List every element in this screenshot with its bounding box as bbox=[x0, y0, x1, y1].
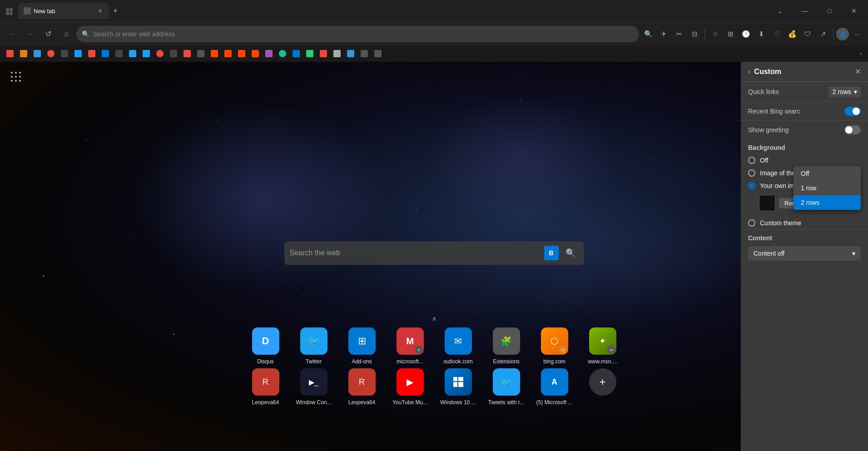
bookmark-item-20[interactable] bbox=[263, 49, 275, 59]
bg-customtheme-radio[interactable] bbox=[748, 219, 755, 227]
quick-link-label-winconsole: Window Con... bbox=[293, 399, 334, 406]
panel-close-btn[interactable]: ✕ bbox=[855, 67, 861, 76]
quick-link-tweets[interactable]: 🐦 Tweets with r... bbox=[486, 368, 527, 406]
bookmark-item-22[interactable] bbox=[290, 49, 303, 59]
bookmark-item-23[interactable] bbox=[303, 49, 316, 59]
tab-close-btn[interactable]: ✕ bbox=[96, 7, 104, 15]
bookmark-item-11[interactable] bbox=[140, 49, 153, 59]
more-options-btn[interactable]: ··· bbox=[850, 27, 864, 41]
minimize-btn[interactable]: — bbox=[794, 4, 815, 18]
rewards-btn[interactable]: 💰 bbox=[785, 27, 799, 41]
bg-off-radio[interactable] bbox=[748, 157, 755, 164]
search-tools-btn[interactable]: 🔍 bbox=[641, 27, 655, 41]
bookmark-item-7[interactable] bbox=[85, 49, 98, 59]
quick-link-bing[interactable]: ⬡ 20 bing.com bbox=[534, 327, 575, 365]
browser-menu-btn[interactable] bbox=[4, 5, 15, 16]
maximize-btn[interactable]: □ bbox=[819, 4, 840, 18]
search-container: B 🔍 bbox=[284, 241, 584, 265]
profile-avatar[interactable]: 👤 bbox=[836, 28, 849, 40]
bookmark-item-13[interactable] bbox=[167, 49, 180, 59]
quick-link-ms5[interactable]: A (5) Microsoft ... bbox=[534, 368, 575, 406]
bookmark-item-1[interactable] bbox=[4, 49, 16, 59]
forward-btn[interactable]: → bbox=[22, 26, 38, 42]
refresh-btn[interactable]: ↺ bbox=[40, 26, 56, 42]
bookmark-item-10[interactable] bbox=[126, 49, 139, 59]
quick-link-twitter[interactable]: 🐦 Twitter bbox=[293, 327, 334, 365]
dropdown-btn[interactable]: ⌄ bbox=[770, 4, 791, 18]
bookmark-item-4[interactable] bbox=[45, 49, 57, 59]
show-greeting-toggle-switch[interactable] bbox=[844, 125, 861, 134]
quick-link-youtubemusic[interactable]: ▶ YouTube Mu... bbox=[390, 368, 431, 406]
quick-link-winconsole[interactable]: ▶_ Window Con... bbox=[293, 368, 334, 406]
bookmark-item-17[interactable] bbox=[222, 49, 234, 59]
web-capture-btn[interactable]: ✂ bbox=[672, 27, 686, 41]
bookmark-item-24[interactable] bbox=[317, 49, 330, 59]
bookmark-item-5[interactable] bbox=[58, 49, 71, 59]
dropdown-option-1row[interactable]: 1 row bbox=[794, 181, 861, 195]
bookmark-item-15[interactable] bbox=[194, 49, 207, 59]
quick-link-windows10[interactable]: Windows 10 ... bbox=[438, 368, 479, 406]
bookmark-item-12[interactable] bbox=[154, 49, 166, 59]
collections-btn[interactable]: ⊞ bbox=[723, 27, 738, 41]
address-bar[interactable]: 🔍 Search or enter web address bbox=[76, 26, 639, 42]
history-btn[interactable]: 🕐 bbox=[739, 27, 753, 41]
bookmark-item-25[interactable] bbox=[331, 49, 343, 59]
bg-customtheme-label: Custom theme bbox=[760, 219, 801, 227]
quick-link-microsoft[interactable]: M 4 microsoft... bbox=[390, 327, 431, 365]
quick-link-label-twitter: Twitter bbox=[293, 358, 334, 365]
copilot-btn[interactable]: ✈ bbox=[656, 27, 671, 41]
panel-back-btn[interactable]: ‹ bbox=[748, 68, 750, 76]
back-btn[interactable]: ← bbox=[4, 26, 20, 42]
safety-btn[interactable]: 🛡 bbox=[800, 27, 815, 41]
bookmark-item-2[interactable] bbox=[17, 49, 30, 59]
bookmark-item-8[interactable] bbox=[99, 49, 112, 59]
bg-ownimage-radio[interactable] bbox=[748, 182, 755, 189]
downloads-btn[interactable]: ⬇ bbox=[754, 27, 769, 41]
new-tab-btn[interactable]: + bbox=[109, 5, 122, 17]
quick-link-label-leopeva2: Leopeva64 bbox=[342, 399, 382, 406]
share-btn[interactable]: ↗ bbox=[816, 27, 830, 41]
quick-link-outlook[interactable]: ✉ outlook.com bbox=[438, 327, 479, 365]
favorites-btn[interactable]: ☆ bbox=[708, 27, 722, 41]
dropdown-option-off[interactable]: Off bbox=[794, 166, 861, 181]
bookmark-item-14[interactable] bbox=[181, 49, 193, 59]
recent-bing-toggle-switch[interactable] bbox=[844, 107, 861, 116]
bg-off-radio-row[interactable]: Off bbox=[741, 154, 868, 167]
quick-link-leopeva2[interactable]: R Leopeva64 bbox=[342, 368, 382, 406]
collapse-quick-links-btn[interactable]: ∧ bbox=[432, 315, 436, 322]
content-dropdown-btn[interactable]: Content off ▾ bbox=[748, 246, 861, 261]
bing-btn[interactable]: B bbox=[544, 246, 559, 260]
active-tab[interactable]: New tab ✕ bbox=[18, 3, 109, 19]
background-section-title: Background bbox=[741, 139, 868, 154]
bookmark-item-16[interactable] bbox=[208, 49, 221, 59]
close-btn[interactable]: ✕ bbox=[843, 4, 864, 18]
search-input[interactable] bbox=[290, 249, 541, 257]
bookmark-item-9[interactable] bbox=[113, 49, 125, 59]
home-btn[interactable]: ⌂ bbox=[58, 26, 74, 42]
quick-link-disqus[interactable]: D Disqus bbox=[245, 327, 286, 365]
bookmark-item-28[interactable] bbox=[372, 49, 384, 59]
search-submit-btn[interactable]: 🔍 bbox=[562, 245, 579, 261]
bookmark-item-21[interactable] bbox=[276, 49, 289, 59]
bookmark-item-3[interactable] bbox=[31, 49, 44, 59]
quick-link-extensions[interactable]: 🧩 Extensions bbox=[486, 327, 527, 365]
quick-link-msn[interactable]: ✦ 14 www.msn.... bbox=[582, 327, 623, 365]
bookmark-item-19[interactable] bbox=[249, 49, 262, 59]
bg-imageday-radio[interactable] bbox=[748, 169, 755, 177]
quick-link-add[interactable]: + add bbox=[582, 368, 623, 406]
bookmark-item-26[interactable] bbox=[344, 49, 357, 59]
split-screen-btn[interactable]: ⊟ bbox=[687, 27, 702, 41]
bookmark-item-18[interactable] bbox=[235, 49, 248, 59]
quick-link-addons[interactable]: ⊞ Add-ons bbox=[342, 327, 382, 365]
bookmark-more[interactable]: › bbox=[857, 49, 864, 58]
recent-bing-toggle bbox=[844, 107, 861, 116]
add-link-circle-btn[interactable]: + bbox=[589, 368, 616, 396]
dropdown-option-2rows[interactable]: 2 rows bbox=[794, 195, 861, 210]
bg-customtheme-radio-row[interactable]: Custom theme bbox=[741, 217, 868, 229]
apps-grid-btn[interactable] bbox=[11, 72, 22, 83]
quick-link-leopeva1[interactable]: R Leopeva64 bbox=[245, 368, 286, 406]
quick-links-dropdown-btn[interactable]: 2 rows ▾ bbox=[829, 86, 861, 97]
bookmark-item-6[interactable] bbox=[72, 49, 84, 59]
browser-wallet-btn[interactable]: ♡ bbox=[769, 27, 784, 41]
bookmark-item-27[interactable] bbox=[358, 49, 371, 59]
